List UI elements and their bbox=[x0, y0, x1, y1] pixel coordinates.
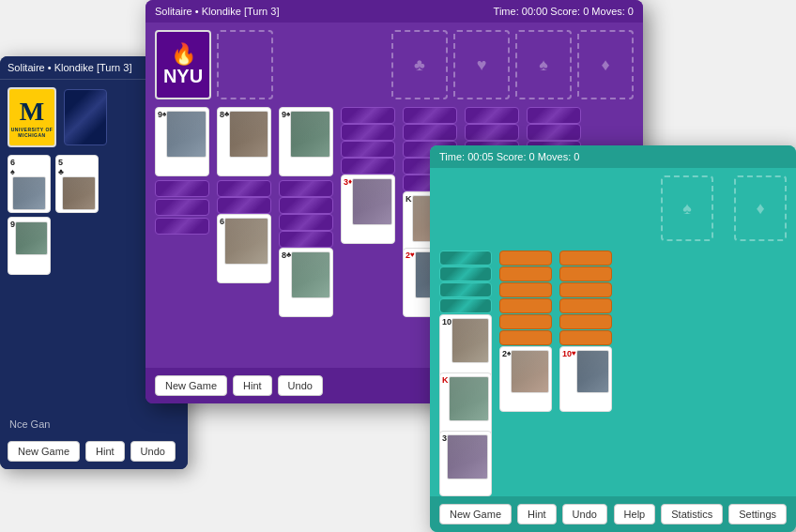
foundation-club: ♣ bbox=[391, 30, 448, 99]
teal-col1-photo bbox=[452, 318, 489, 363]
col3-facedown-4 bbox=[279, 231, 333, 248]
col3-facedown-1 bbox=[279, 180, 333, 197]
col3-bottom-photo bbox=[291, 251, 330, 298]
title-michigan: Solitaire • Klondike [Turn 3] bbox=[8, 62, 131, 73]
orange-card-1 bbox=[499, 251, 552, 266]
undo-button-teal[interactable]: Undo bbox=[562, 504, 607, 524]
tableau-col-1: 9 ♠ bbox=[155, 107, 211, 332]
col5-facedown-2 bbox=[403, 124, 457, 141]
col1-facedown-3 bbox=[155, 218, 209, 235]
col1-photo bbox=[166, 111, 207, 158]
teal-facedown-3 bbox=[439, 282, 492, 297]
teal-orange-face-1: 2 ♠ bbox=[499, 346, 552, 412]
game-area-teal: ♠ ♦ 10 K 3 bbox=[430, 168, 796, 502]
col2-photo bbox=[229, 111, 268, 158]
col4-photo bbox=[352, 178, 392, 225]
orange-card-2 bbox=[499, 266, 552, 281]
orange-card-col2-2 bbox=[559, 266, 612, 281]
tableau-teal: 10 K 3 bbox=[439, 251, 787, 494]
card-photo-3 bbox=[15, 221, 48, 255]
hint-button-nyu[interactable]: Hint bbox=[233, 375, 272, 396]
foundation-heart: ♥ bbox=[453, 30, 510, 99]
card-6-spade: 6 ♠ bbox=[8, 155, 51, 213]
orange-card-col2-4 bbox=[559, 298, 612, 313]
foundation-spade: ♠ bbox=[515, 30, 572, 99]
statistics-button-teal[interactable]: Statistics bbox=[661, 504, 723, 524]
stock-placeholder-nyu bbox=[217, 30, 273, 99]
title-bar-nyu: Solitaire • Klondike [Turn 3] Time: 00:0… bbox=[145, 0, 643, 23]
new-game-button-nyu[interactable]: New Game bbox=[155, 375, 227, 396]
title-nyu: Solitaire • Klondike [Turn 3] bbox=[155, 6, 279, 17]
teal-foundation-spade: ♠ bbox=[661, 175, 713, 241]
col3-facedown-3 bbox=[279, 214, 333, 231]
orange-card-col2-5 bbox=[559, 314, 612, 329]
teal-orange-col-2: 10 ♥ bbox=[559, 251, 614, 494]
settings-button-teal[interactable]: Settings bbox=[728, 504, 787, 524]
top-row-nyu: 🔥 NYU ♣ ♥ ♠ ♦ bbox=[155, 30, 634, 99]
nyu-torch: 🔥 bbox=[171, 44, 196, 65]
col3-photo bbox=[290, 111, 330, 158]
col1-facedown-1 bbox=[155, 180, 209, 197]
button-bar-michigan: New Game Hint Undo bbox=[0, 433, 188, 469]
hint-button-michigan[interactable]: Hint bbox=[85, 441, 125, 462]
nyu-text: NYU bbox=[163, 67, 203, 85]
new-game-button-michigan[interactable]: New Game bbox=[8, 441, 80, 462]
stock-area-michigan bbox=[62, 87, 111, 147]
orange-card-3 bbox=[499, 282, 552, 297]
orange-card-4 bbox=[499, 298, 552, 313]
hint-button-teal[interactable]: Hint bbox=[517, 504, 557, 524]
stock-card-michigan bbox=[64, 89, 107, 145]
undo-button-nyu[interactable]: Undo bbox=[278, 375, 323, 396]
teal-col-1: 10 K 3 bbox=[439, 251, 494, 494]
tableau-col-3: 9 ♠ 8 ♣ bbox=[279, 107, 335, 332]
col2-card-top: 8 ♣ bbox=[217, 107, 271, 176]
col2-bottom-card: 6 bbox=[217, 214, 271, 283]
orange-card-col2-6 bbox=[559, 330, 612, 345]
col2-bottom-photo bbox=[224, 218, 268, 265]
stats-teal: Time: 00:05 Score: 0 Moves: 0 bbox=[439, 151, 579, 162]
col3-bottom-card: 8 ♣ bbox=[279, 248, 333, 317]
window-teal: Time: 00:05 Score: 0 Moves: 0 ♠ ♦ 10 K bbox=[430, 145, 796, 532]
teal-orange-photo-1 bbox=[511, 350, 549, 393]
teal-col1-face: 10 bbox=[439, 314, 492, 380]
col7-facedown-1 bbox=[527, 107, 581, 124]
teal-orange-photo-2 bbox=[576, 350, 609, 393]
nyu-logo-card: 🔥 NYU bbox=[155, 30, 211, 99]
teal-facedown-2 bbox=[439, 266, 492, 281]
gap-spacer bbox=[719, 175, 728, 241]
undo-button-michigan[interactable]: Undo bbox=[130, 441, 176, 462]
teal-col1-photo3 bbox=[447, 434, 488, 479]
col6-facedown-1 bbox=[465, 107, 519, 124]
teal-col1-face2: K bbox=[439, 372, 492, 438]
right-buttons-teal: Help Statistics Settings bbox=[614, 504, 787, 524]
col3-card-top: 9 ♠ bbox=[279, 107, 333, 176]
help-button-teal[interactable]: Help bbox=[614, 504, 656, 524]
col4-facedown-3 bbox=[341, 141, 395, 158]
left-buttons-nyu: New Game Hint Undo bbox=[155, 375, 323, 396]
col4-3-diamond: 3 ♦ bbox=[341, 175, 395, 244]
michigan-m: M bbox=[11, 97, 54, 127]
col7-facedown-2 bbox=[527, 124, 581, 141]
col4-facedown-2 bbox=[341, 124, 395, 141]
orange-card-col2-3 bbox=[559, 282, 612, 297]
col4-facedown-4 bbox=[341, 158, 395, 175]
new-game-button-teal[interactable]: New Game bbox=[439, 504, 512, 524]
col3-facedown-2 bbox=[279, 197, 333, 214]
button-bar-teal: New Game Hint Undo Help Statistics Setti… bbox=[430, 496, 796, 532]
col2-facedown-2 bbox=[217, 197, 271, 214]
col2-facedown-1 bbox=[217, 180, 271, 197]
teal-facedown-1 bbox=[439, 251, 492, 266]
col4-facedown-1 bbox=[341, 107, 395, 124]
left-buttons-teal: New Game Hint Undo bbox=[439, 504, 607, 524]
foundations-teal: ♠ ♦ bbox=[439, 175, 787, 241]
stats-nyu: Time: 00:00 Score: 0 Moves: 0 bbox=[494, 6, 634, 17]
col5-facedown-1 bbox=[403, 107, 457, 124]
card-michigan-row2: 9 bbox=[8, 217, 51, 275]
teal-orange-col-1: 2 ♠ bbox=[499, 251, 554, 494]
teal-facedown-4 bbox=[439, 298, 492, 313]
card-5-spade: 5 ♣ bbox=[55, 155, 99, 213]
col1-card-top: 9 ♠ bbox=[155, 107, 209, 176]
orange-card-6 bbox=[499, 330, 552, 345]
teal-foundation-diamond: ♦ bbox=[734, 175, 787, 241]
teal-col1-photo2 bbox=[449, 376, 490, 421]
